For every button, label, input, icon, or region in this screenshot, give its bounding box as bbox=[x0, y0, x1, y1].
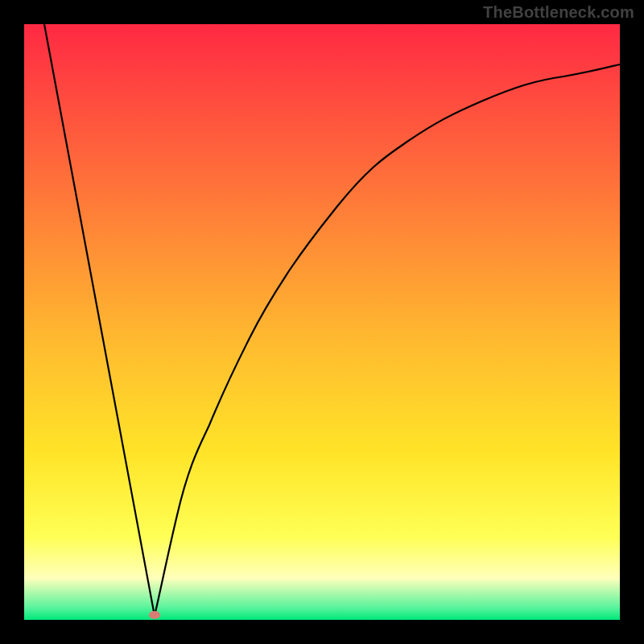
attribution-label: TheBottleneck.com bbox=[483, 3, 634, 22]
optimum-marker bbox=[149, 611, 160, 619]
plot-area bbox=[24, 24, 620, 620]
